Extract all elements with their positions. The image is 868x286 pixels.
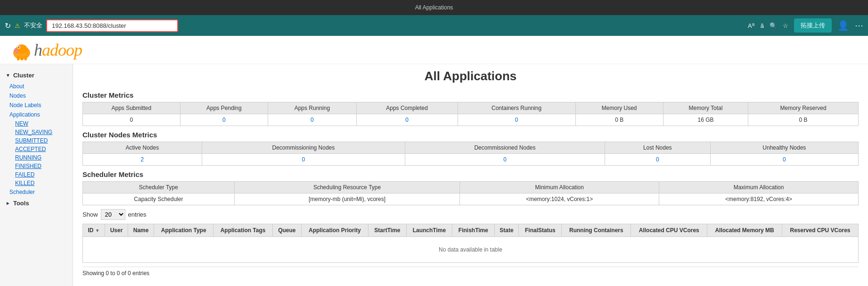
entries-select[interactable]: 10 20 50 100 <box>101 209 125 220</box>
col-minimum-allocation: Minimum Allocation <box>460 182 659 193</box>
val-apps-submitted: 0 <box>83 114 180 126</box>
val-decommissioned-nodes[interactable]: 0 <box>405 154 605 166</box>
browser-nav-right: Aᴮ ā 🔍 ☆ 拓接上传 👤 ⋯ <box>748 18 863 33</box>
col-allocated-memory-mb: Allocated Memory MB <box>707 224 782 237</box>
address-bar[interactable] <box>46 19 178 32</box>
col-scheduling-resource-type: Scheduling Resource Type <box>234 182 460 193</box>
content-area: All Applications Cluster Metrics Apps Su… <box>73 64 868 286</box>
id-sort-arrow: ▼ <box>95 228 100 233</box>
val-memory-used: 0 B <box>575 114 663 126</box>
cluster-metrics-title: Cluster Metrics <box>82 91 859 99</box>
col-apps-pending: Apps Pending <box>180 102 268 114</box>
cluster-nodes-metrics-table: Active Nodes Decommissioning Nodes Decom… <box>82 142 859 166</box>
no-data-message: No data available in table <box>83 237 859 263</box>
col-apps-completed: Apps Completed <box>356 102 458 114</box>
val-unhealthy-nodes[interactable]: 0 <box>710 154 858 166</box>
col-launch-time: LaunchTime <box>406 224 452 237</box>
more-button[interactable]: ⋯ <box>855 20 863 31</box>
sidebar-sub-item-new[interactable]: NEW <box>0 119 73 128</box>
refresh-button[interactable]: ↻ <box>5 21 11 30</box>
col-running-containers: Running Containers <box>562 224 631 237</box>
col-apps-running: Apps Running <box>268 102 357 114</box>
col-reserved-cpu-vcores: Reserved CPU VCores <box>782 224 859 237</box>
col-queue: Queue <box>273 224 302 237</box>
favorites-icon[interactable]: ☆ <box>783 22 788 29</box>
warning-icon: ⚠ <box>15 22 20 29</box>
applications-table: ID ▼ User Name Application Type Applicat… <box>82 224 859 263</box>
main-layout: ▼ Cluster About Nodes Node Labels Applic… <box>0 64 868 286</box>
sidebar-cluster-section[interactable]: ▼ Cluster <box>0 69 73 82</box>
scheduler-metrics-table: Scheduler Type Scheduling Resource Type … <box>82 181 859 205</box>
no-data-row: No data available in table <box>83 237 859 263</box>
show-label: Show <box>82 211 98 218</box>
sidebar-item-scheduler[interactable]: Scheduler <box>0 187 73 197</box>
col-application-type: Application Type <box>154 224 213 237</box>
cluster-section-label: Cluster <box>13 72 34 79</box>
val-decommissioning-nodes[interactable]: 0 <box>202 154 405 166</box>
col-memory-reserved: Memory Reserved <box>748 102 859 114</box>
hadoop-logo: hadoop <box>9 39 82 61</box>
browser-tab-title: All Applications <box>415 4 453 11</box>
sidebar-item-node-labels[interactable]: Node Labels <box>0 101 73 110</box>
col-id[interactable]: ID ▼ <box>83 224 105 237</box>
val-maximum-allocation: <memory:8192, vCores:4> <box>659 193 859 205</box>
svg-rect-6 <box>21 57 23 60</box>
sidebar-tools-section[interactable]: ► Tools <box>0 197 73 210</box>
val-scheduler-type: Capacity Scheduler <box>83 193 235 205</box>
val-apps-pending[interactable]: 0 <box>180 114 268 126</box>
col-scheduler-type: Scheduler Type <box>83 182 235 193</box>
val-minimum-allocation: <memory:1024, vCores:1> <box>460 193 659 205</box>
upload-button[interactable]: 拓接上传 <box>794 18 832 33</box>
page-title: All Applications <box>82 69 859 84</box>
translate-icon[interactable]: ā <box>761 22 764 29</box>
hadoop-logo-text: hadoop <box>34 40 82 60</box>
val-memory-total: 16 GB <box>663 114 748 126</box>
val-active-nodes[interactable]: 2 <box>83 154 202 166</box>
col-name: Name <box>128 224 154 237</box>
browser-title-bar: All Applications <box>0 0 868 15</box>
val-apps-completed[interactable]: 0 <box>356 114 458 126</box>
sidebar-sub-item-new-saving[interactable]: NEW_SAVING <box>0 128 73 136</box>
col-lost-nodes: Lost Nodes <box>605 142 710 154</box>
sidebar-item-applications[interactable]: Applications <box>0 110 73 119</box>
col-unhealthy-nodes: Unhealthy Nodes <box>710 142 858 154</box>
sidebar-sub-item-killed[interactable]: KILLED <box>0 179 73 187</box>
browser-nav-bar: ↻ ⚠ 不安全 Aᴮ ā 🔍 ☆ 拓接上传 👤 ⋯ <box>0 15 868 36</box>
cluster-nodes-metrics-title: Cluster Nodes Metrics <box>82 131 859 139</box>
col-application-priority: Application Priority <box>301 224 368 237</box>
sidebar-item-about[interactable]: About <box>0 82 73 91</box>
val-lost-nodes[interactable]: 0 <box>605 154 710 166</box>
sidebar-item-nodes[interactable]: Nodes <box>0 91 73 101</box>
svg-rect-5 <box>17 56 19 60</box>
val-apps-running[interactable]: 0 <box>268 114 357 126</box>
col-decommissioned-nodes: Decommissioned Nodes <box>405 142 605 154</box>
tools-section-label: Tools <box>13 200 29 207</box>
cluster-arrow-icon: ▼ <box>6 73 10 78</box>
sidebar-sub-item-running[interactable]: RUNNING <box>0 153 73 162</box>
tools-arrow-icon: ► <box>6 201 10 206</box>
col-active-nodes: Active Nodes <box>83 142 202 154</box>
col-state: State <box>494 224 519 237</box>
sidebar-sub-item-finished[interactable]: FINISHED <box>0 162 73 170</box>
col-memory-used: Memory Used <box>575 102 663 114</box>
read-aloud-icon[interactable]: Aᴮ <box>748 22 755 29</box>
scheduler-metrics-title: Scheduler Metrics <box>82 170 859 178</box>
search-icon[interactable]: 🔍 <box>770 22 777 29</box>
svg-rect-7 <box>25 56 27 60</box>
sidebar-sub-item-accepted[interactable]: ACCEPTED <box>0 145 73 153</box>
svg-point-3 <box>18 46 20 48</box>
security-warning-text: 不安全 <box>24 21 42 30</box>
col-memory-total: Memory Total <box>663 102 748 114</box>
col-finish-time: FinishTime <box>452 224 494 237</box>
val-containers-running[interactable]: 0 <box>458 114 575 126</box>
sidebar-sub-item-submitted[interactable]: SUBMITTED <box>0 136 73 145</box>
cluster-metrics-table: Apps Submitted Apps Pending Apps Running… <box>82 102 859 126</box>
col-decommissioning-nodes: Decommissioning Nodes <box>202 142 405 154</box>
val-scheduling-resource-type: [memory-mb (unit=Mi), vcores] <box>234 193 460 205</box>
col-application-tags: Application Tags <box>213 224 273 237</box>
sidebar-sub-item-failed[interactable]: FAILED <box>0 170 73 179</box>
show-entries-bar: Show 10 20 50 100 entries <box>82 209 859 220</box>
col-user: User <box>105 224 128 237</box>
header-bar: hadoop <box>0 36 868 64</box>
profile-icon[interactable]: 👤 <box>837 20 849 31</box>
